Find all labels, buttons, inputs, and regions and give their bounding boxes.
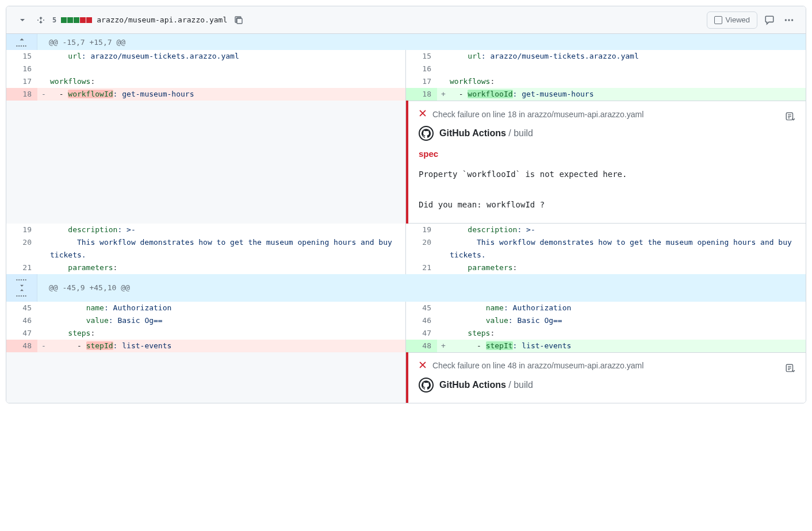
code-line: 46 value: Basic Og== <box>6 314 405 327</box>
line-number[interactable]: 17 <box>406 75 437 88</box>
expand-both-icon[interactable]: ••••• ••••• <box>6 274 37 302</box>
annotation-message: Property `workflooId` is not expected he… <box>419 167 795 213</box>
svg-point-4 <box>791 19 793 21</box>
checkbox-icon <box>714 16 722 24</box>
line-number[interactable]: 45 <box>6 302 37 314</box>
line-number[interactable]: 46 <box>406 314 437 327</box>
hunk-range-2: @@ -45,9 +45,10 @@ <box>37 274 806 302</box>
expand-up-icon[interactable]: ••••• <box>6 34 37 50</box>
chevron-down-icon[interactable] <box>16 13 29 27</box>
line-number[interactable]: 21 <box>6 261 37 274</box>
code-line: 45 name: Authorization <box>406 302 806 314</box>
line-number[interactable]: 20 <box>406 236 437 261</box>
hunk-header-2: ••••• ••••• @@ -45,9 +45,10 @@ <box>6 274 806 302</box>
line-number[interactable]: 45 <box>406 302 437 314</box>
code-line-added: 18 + - workflooId: get-museum-hours <box>406 88 806 101</box>
file-header: 5 arazzo/museum-api.arazzo.yaml Viewed <box>6 6 806 34</box>
code-line: 17 workflows: <box>6 75 405 88</box>
x-icon <box>419 109 427 119</box>
code-line-deleted: 48 - - stepId: list-events <box>6 340 405 352</box>
code-line: 15 url: arazzo/museum-tickets.arazzo.yam… <box>6 50 405 63</box>
viewed-label: Viewed <box>726 16 750 24</box>
svg-point-2 <box>785 19 787 21</box>
file-path[interactable]: arazzo/museum-api.arazzo.yaml <box>97 16 227 24</box>
code-line: 15 url: arazzo/museum-tickets.arazzo.yam… <box>406 50 806 63</box>
annotation-rule: spec <box>419 149 795 159</box>
line-number[interactable]: 16 <box>406 63 437 75</box>
code-line: 45 name: Authorization <box>6 302 405 314</box>
empty-gutter <box>6 101 405 224</box>
line-number[interactable]: 15 <box>406 50 437 63</box>
diff-container: 5 arazzo/museum-api.arazzo.yaml Viewed <box>6 6 806 403</box>
svg-point-0 <box>37 20 39 21</box>
code-line: 47 steps: <box>406 327 806 340</box>
github-icon <box>419 378 434 393</box>
annotation-action-icon[interactable] <box>783 361 798 376</box>
line-number[interactable]: 15 <box>6 50 37 63</box>
line-number[interactable]: 17 <box>6 75 37 88</box>
annotation-source[interactable]: GitHub Actions / build <box>419 378 795 393</box>
code-line: 16 <box>406 63 806 75</box>
check-annotation: Check failure on line 48 in arazzo/museu… <box>406 352 806 403</box>
line-number[interactable]: 20 <box>6 236 37 261</box>
diff-stat-blocks <box>61 17 92 23</box>
code-line: 21 parameters: <box>6 261 405 274</box>
line-number[interactable]: 48 <box>6 340 37 352</box>
line-number[interactable]: 47 <box>6 327 37 340</box>
viewed-toggle[interactable]: Viewed <box>707 11 757 29</box>
svg-point-3 <box>788 19 790 21</box>
line-number[interactable]: 48 <box>406 340 437 352</box>
code-line: 21 parameters: <box>406 261 806 274</box>
expand-file-icon[interactable] <box>34 13 48 27</box>
line-number[interactable]: 47 <box>406 327 437 340</box>
annotation-source[interactable]: GitHub Actions / build <box>419 126 795 141</box>
copy-path-icon[interactable] <box>232 13 246 27</box>
code-line-added: 48 + - stepIt: list-events <box>406 340 806 352</box>
x-icon <box>419 361 427 371</box>
changes-count: 5 <box>52 16 56 24</box>
code-line: 46 value: Basic Og== <box>406 314 806 327</box>
code-line: 20 This workflow demonstrates how to get… <box>6 236 405 261</box>
code-line: 16 <box>6 63 405 75</box>
code-line: 47 steps: <box>6 327 405 340</box>
hunk-range-1: @@ -15,7 +15,7 @@ <box>37 34 806 50</box>
kebab-menu-icon[interactable] <box>782 13 796 28</box>
line-number[interactable]: 16 <box>6 63 37 75</box>
empty-gutter <box>6 352 405 403</box>
code-line: 17 workflows: <box>406 75 806 88</box>
annotation-action-icon[interactable] <box>783 109 798 124</box>
line-number[interactable]: 18 <box>6 88 37 101</box>
svg-point-1 <box>43 20 44 21</box>
hunk-header-1: ••••• @@ -15,7 +15,7 @@ <box>6 34 806 50</box>
comment-icon[interactable] <box>762 13 777 28</box>
code-line: 19 description: >- <box>6 224 405 236</box>
line-number[interactable]: 19 <box>6 224 37 236</box>
check-annotation: Check failure on line 18 in arazzo/museu… <box>406 101 806 224</box>
line-number[interactable]: 46 <box>6 314 37 327</box>
github-icon <box>419 126 434 141</box>
line-number[interactable]: 19 <box>406 224 437 236</box>
line-number[interactable]: 21 <box>406 261 437 274</box>
code-line: 20 This workflow demonstrates how to get… <box>406 236 806 261</box>
code-line-deleted: 18 - - workflowId: get-museum-hours <box>6 88 405 101</box>
code-line: 19 description: >- <box>406 224 806 236</box>
annotation-header: Check failure on line 48 in arazzo/museu… <box>432 361 644 370</box>
line-number[interactable]: 18 <box>406 88 437 101</box>
annotation-header: Check failure on line 18 in arazzo/museu… <box>432 110 644 119</box>
